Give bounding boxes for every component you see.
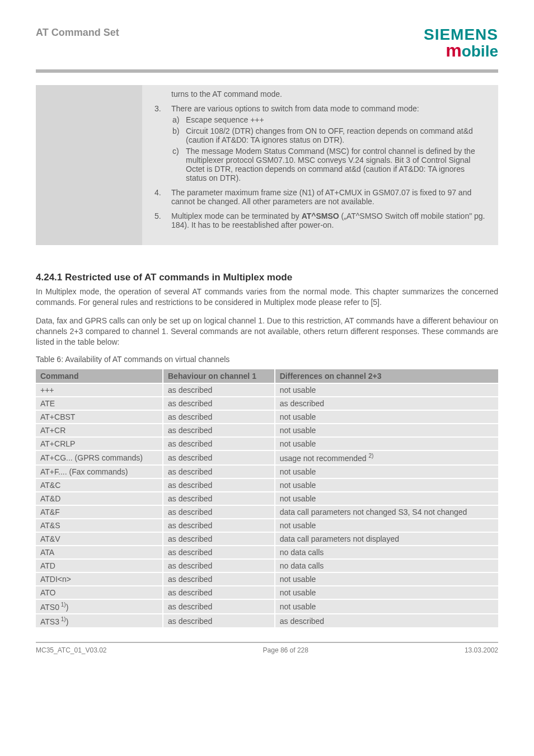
cell-differences: usage not recommended 2) (275, 450, 498, 465)
cell-behaviour: as described (163, 397, 275, 410)
table-row: AT&Sas describednot usable (36, 519, 498, 532)
spec-item-3-sublist: Escape sequence +++ Circuit 108/2 (DTR) … (171, 115, 487, 182)
cell-behaviour: as described (163, 492, 275, 505)
table-row: AT&Fas describeddata call parameters not… (36, 505, 498, 519)
cell-command: AT+CRLP (36, 437, 163, 450)
cell-command: AT+CR (36, 424, 163, 437)
table-row: AT&Das describednot usable (36, 492, 498, 505)
cell-differences: not usable (275, 410, 498, 424)
cell-command: ATE (36, 397, 163, 410)
cell-command: ATA (36, 546, 163, 559)
table-row: ATAas describedno data calls (36, 546, 498, 559)
table-row: AT&Cas describednot usable (36, 478, 498, 492)
cell-command: AT+CBST (36, 410, 163, 424)
section-heading: 4.24.1 Restricted use of AT commands in … (36, 272, 498, 283)
table-row: ATOas describednot usable (36, 586, 498, 599)
brand-mobile: mobile (424, 41, 498, 59)
cell-command: ATS3 1)) (36, 614, 163, 628)
cell-differences: not usable (275, 465, 498, 478)
cell-differences: not usable (275, 424, 498, 437)
footer-left: MC35_ATC_01_V03.02 (36, 646, 107, 654)
table-header-row: Command Behaviour on channel 1 Differenc… (36, 369, 498, 383)
table-caption: Table 6: Availability of AT commands on … (36, 355, 498, 364)
table-row: AT+CG... (GPRS commands)as describedusag… (36, 450, 498, 465)
cell-behaviour: as described (163, 572, 275, 586)
footer-right: 13.03.2002 (465, 646, 498, 654)
cell-behaviour: as described (163, 599, 275, 614)
cell-differences: not usable (275, 586, 498, 599)
spec-item-5: Multiplex mode can be terminated by AT^S… (171, 212, 487, 229)
cell-differences: not usable (275, 572, 498, 586)
table-row: ATS0 1))as describednot usable (36, 599, 498, 614)
cell-command: AT&D (36, 492, 163, 505)
table-row: ATDI<n>as describednot usable (36, 572, 498, 586)
table-row: +++as describednot usable (36, 383, 498, 397)
cell-command: AT&C (36, 478, 163, 492)
spec-right-column: turns to the AT command mode. There are … (142, 85, 498, 245)
spec-item-3a: Escape sequence +++ (186, 115, 487, 124)
table-row: AT+CRas describednot usable (36, 424, 498, 437)
table-row: AT+CRLPas describednot usable (36, 437, 498, 450)
cell-behaviour: as described (163, 478, 275, 492)
table-row: ATEas describedas described (36, 397, 498, 410)
cell-differences: not usable (275, 478, 498, 492)
cell-differences: data call parameters not changed S3, S4 … (275, 505, 498, 519)
page-header: AT Command Set SIEMENS mobile (36, 27, 498, 59)
table-row: AT+F.... (Fax commands)as describednot u… (36, 465, 498, 478)
cell-command: ATDI<n> (36, 572, 163, 586)
cell-differences: not usable (275, 519, 498, 532)
cell-behaviour: as described (163, 450, 275, 465)
spec-item-3: There are various options to switch from… (171, 104, 487, 182)
col-behaviour: Behaviour on channel 1 (163, 369, 275, 383)
cell-behaviour: as described (163, 424, 275, 437)
cell-command: +++ (36, 383, 163, 397)
cell-command: AT&F (36, 505, 163, 519)
cell-differences: data call parameters not displayed (275, 532, 498, 546)
cell-differences: as described (275, 614, 498, 628)
cell-command: AT&S (36, 519, 163, 532)
section-para-2: Data, fax and GPRS calls can only be set… (36, 316, 498, 348)
header-divider (36, 69, 498, 73)
cell-differences: not usable (275, 437, 498, 450)
spec-numbered-list: There are various options to switch from… (142, 104, 487, 229)
cell-behaviour: as described (163, 559, 275, 572)
cell-differences: no data calls (275, 559, 498, 572)
col-command: Command (36, 369, 163, 383)
cell-differences: not usable (275, 492, 498, 505)
cell-command: AT+CG... (GPRS commands) (36, 450, 163, 465)
page-footer: MC35_ATC_01_V03.02 Page 86 of 228 13.03.… (36, 643, 498, 668)
cell-behaviour: as described (163, 546, 275, 559)
spec-item-4: The parameter maximum frame size (N1) of… (171, 188, 487, 206)
cell-behaviour: as described (163, 437, 275, 450)
footer-center: Page 86 of 228 (263, 646, 308, 654)
cell-behaviour: as described (163, 519, 275, 532)
cell-differences: as described (275, 397, 498, 410)
header-title: AT Command Set (36, 27, 119, 39)
cell-command: ATD (36, 559, 163, 572)
cell-behaviour: as described (163, 532, 275, 546)
cell-behaviour: as described (163, 614, 275, 628)
cell-behaviour: as described (163, 586, 275, 599)
cell-behaviour: as described (163, 505, 275, 519)
table-row: AT&Vas describeddata call parameters not… (36, 532, 498, 546)
cell-command: AT+F.... (Fax commands) (36, 465, 163, 478)
spec-left-column (36, 85, 142, 245)
cell-differences: no data calls (275, 546, 498, 559)
at-availability-table: Command Behaviour on channel 1 Differenc… (36, 369, 498, 628)
table-row: ATDas describedno data calls (36, 559, 498, 572)
spec-item-3c: The message Modem Status Command (MSC) f… (186, 147, 487, 182)
table-row: AT+CBSTas describednot usable (36, 410, 498, 424)
cell-behaviour: as described (163, 383, 275, 397)
spec-item-3b: Circuit 108/2 (DTR) changes from ON to O… (186, 126, 487, 144)
brand-block: SIEMENS mobile (424, 27, 498, 59)
cell-differences: not usable (275, 599, 498, 614)
cell-command: AT&V (36, 532, 163, 546)
cell-behaviour: as described (163, 410, 275, 424)
section-para-1: In Multiplex mode, the operation of seve… (36, 287, 498, 308)
cell-differences: not usable (275, 383, 498, 397)
spec-continued-line: turns to the AT command mode. (142, 90, 487, 104)
spec-box: turns to the AT command mode. There are … (36, 85, 498, 245)
cell-behaviour: as described (163, 465, 275, 478)
cell-command: ATS0 1)) (36, 599, 163, 614)
col-differences: Differences on channel 2+3 (275, 369, 498, 383)
